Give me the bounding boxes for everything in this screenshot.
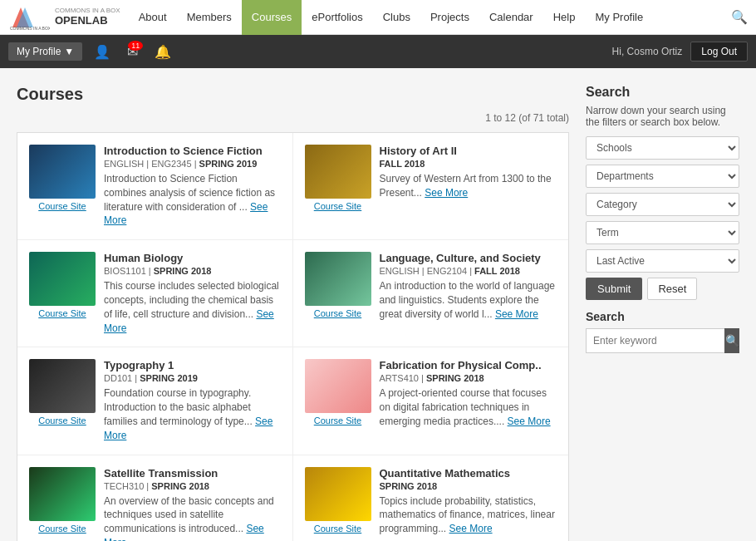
page-title: Courses — [17, 85, 569, 104]
course-meta: ENGLISH | ENG2104 | FALL 2018 — [380, 266, 557, 276]
course-site-link[interactable]: Course Site — [314, 201, 361, 211]
keyword-search-row: 🔍 — [586, 328, 739, 353]
notifications-icon[interactable]: 🔔 — [150, 44, 176, 60]
nav-courses[interactable]: Courses — [242, 0, 302, 35]
course-description: Survey of Western Art from 1300 to the P… — [380, 172, 557, 200]
course-thumbnail — [305, 252, 371, 306]
messages-icon[interactable]: ✉ 11 — [122, 44, 143, 60]
course-info: Quantitative Mathematics SPRING 2018 Top… — [380, 467, 557, 541]
course-meta: ARTS410 | SPRING 2018 — [380, 373, 557, 383]
course-site-link[interactable]: Course Site — [314, 524, 361, 534]
see-more-link[interactable]: See More — [104, 201, 268, 227]
course-site-link[interactable]: Course Site — [38, 416, 86, 425]
user-icon[interactable]: 👤 — [89, 44, 115, 60]
course-description: This course includes selected biological… — [104, 279, 281, 335]
course-meta: DD101 | SPRING 2019 — [104, 373, 281, 383]
nav-about[interactable]: About — [129, 0, 177, 35]
course-info: Typography 1 DD101 | SPRING 2019 Foundat… — [104, 359, 281, 442]
term-filter[interactable]: Term — [586, 221, 739, 244]
notification-badge: 11 — [128, 41, 143, 51]
course-item: Course Site Satellite Transmission TECH3… — [17, 455, 293, 541]
course-title: History of Art II — [380, 145, 557, 157]
course-thumbnail — [29, 359, 96, 413]
course-description: Foundation course in typography. Introdu… — [104, 386, 281, 442]
last-active-filter[interactable]: Last Active — [586, 249, 739, 273]
course-title: Introduction to Science Fiction — [104, 145, 281, 157]
course-item: Course Site Language, Culture, and Socie… — [293, 240, 569, 347]
course-title: Language, Culture, and Society — [380, 252, 557, 264]
reset-button[interactable]: Reset — [647, 278, 697, 300]
nav-projects[interactable]: Projects — [420, 0, 479, 35]
sidebar-description: Narrow down your search using the filter… — [586, 105, 739, 128]
course-title: Typography 1 — [104, 359, 281, 371]
course-thumbnail — [29, 145, 96, 199]
nav-clubs[interactable]: Clubs — [373, 0, 420, 35]
course-description: An introduction to the world of language… — [380, 279, 557, 321]
course-thumbnail — [305, 359, 371, 413]
sidebar-title: Search — [586, 85, 739, 100]
course-thumbnail — [305, 467, 371, 521]
courses-grid: Course Site Introduction to Science Fict… — [17, 132, 569, 541]
nav-members[interactable]: Members — [177, 0, 242, 35]
course-site-link[interactable]: Course Site — [314, 416, 361, 425]
schools-filter[interactable]: Schools — [586, 136, 739, 160]
my-profile-label: My Profile — [17, 46, 61, 57]
see-more-link[interactable]: See More — [495, 308, 538, 320]
course-info: Satellite Transmission TECH310 | SPRING … — [104, 467, 281, 541]
see-more-link[interactable]: See More — [425, 187, 468, 199]
course-site-link[interactable]: Course Site — [38, 201, 86, 211]
search-icon-button[interactable]: 🔍 — [731, 9, 748, 25]
nav-right: 🔍 — [731, 9, 748, 25]
see-more-link[interactable]: See More — [104, 523, 264, 541]
search-input[interactable] — [586, 328, 724, 353]
my-profile-dropdown[interactable]: My Profile ▼ — [8, 42, 82, 61]
course-item: Course Site Introduction to Science Fict… — [17, 133, 293, 240]
category-filter[interactable]: Category — [586, 193, 739, 216]
course-item: Course Site Typography 1 DD101 | SPRING … — [17, 347, 293, 455]
course-site-link[interactable]: Course Site — [38, 524, 86, 534]
course-site-link[interactable]: Course Site — [314, 308, 361, 318]
user-greeting: Hi, Cosmo Ortiz — [612, 46, 683, 57]
course-item: Course Site Human Biology BIOS1101 | SPR… — [17, 240, 293, 347]
nav-links: About Members Courses ePortfolios Clubs … — [129, 0, 731, 35]
see-more-link[interactable]: See More — [104, 416, 272, 441]
search-submit-button[interactable]: 🔍 — [724, 328, 739, 353]
logout-button[interactable]: Log Out — [690, 42, 748, 61]
course-thumbnail — [305, 145, 371, 199]
departments-filter[interactable]: Departments — [586, 165, 739, 188]
see-more-link[interactable]: See More — [508, 416, 551, 427]
course-title: Quantitative Mathematics — [380, 467, 557, 480]
chevron-down-icon: ▼ — [64, 46, 74, 57]
course-item: Course Site Quantitative Mathematics SPR… — [293, 455, 569, 541]
course-meta: SPRING 2018 — [380, 481, 557, 491]
site-logo[interactable]: COMMONS IN A BOX COMMONS IN A BOX OPENLA… — [8, 4, 120, 31]
sub-nav-left: My Profile ▼ 👤 ✉ 11 🔔 — [8, 42, 176, 61]
keyword-search-label: Search — [586, 310, 739, 323]
course-description: An overview of the basic concepts and te… — [104, 494, 281, 541]
course-meta: FALL 2018 — [380, 159, 557, 169]
course-info: Human Biology BIOS1101 | SPRING 2018 Thi… — [104, 252, 281, 335]
course-title: Human Biology — [104, 252, 281, 264]
course-title: Satellite Transmission — [104, 467, 281, 480]
courses-section: Courses 1 to 12 (of 71 total) Course Sit… — [17, 85, 569, 541]
course-info: Introduction to Science Fiction ENGLISH … — [104, 145, 281, 228]
course-title: Fabrication for Physical Comp.. — [380, 359, 557, 371]
course-site-link[interactable]: Course Site — [38, 308, 86, 318]
nav-help[interactable]: Help — [543, 0, 586, 35]
course-meta: TECH310 | SPRING 2018 — [104, 481, 281, 491]
course-description: A project-oriented course that focuses o… — [380, 386, 557, 428]
top-navigation: COMMONS IN A BOX COMMONS IN A BOX OPENLA… — [0, 0, 756, 35]
see-more-link[interactable]: See More — [104, 308, 274, 334]
nav-my-profile[interactable]: My Profile — [585, 0, 653, 35]
svg-text:COMMONS IN A BOX: COMMONS IN A BOX — [10, 26, 50, 31]
results-count: 1 to 12 (of 71 total) — [17, 112, 569, 124]
course-info: Fabrication for Physical Comp.. ARTS410 … — [380, 359, 557, 442]
nav-calendar[interactable]: Calendar — [479, 0, 543, 35]
course-thumbnail — [29, 467, 96, 521]
sub-navigation: My Profile ▼ 👤 ✉ 11 🔔 Hi, Cosmo Ortiz Lo… — [0, 35, 756, 68]
course-info: Language, Culture, and Society ENGLISH |… — [380, 252, 557, 335]
nav-eportfolios[interactable]: ePortfolios — [302, 0, 372, 35]
course-meta: BIOS1101 | SPRING 2018 — [104, 266, 281, 276]
submit-button[interactable]: Submit — [586, 278, 642, 300]
see-more-link[interactable]: See More — [449, 523, 493, 534]
